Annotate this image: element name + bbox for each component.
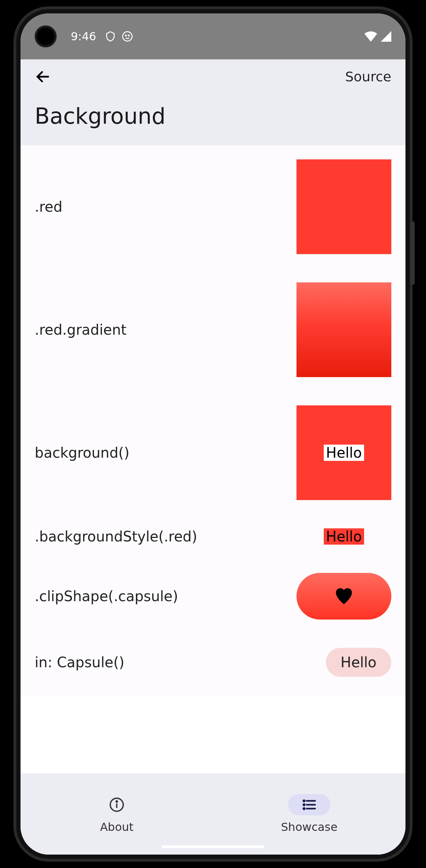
preview: Hello <box>297 528 391 545</box>
svg-point-1 <box>126 35 127 36</box>
row-label-red-gradient: .red.gradient <box>35 322 127 338</box>
svg-point-2 <box>128 35 129 36</box>
heart-icon <box>333 586 355 607</box>
face-icon <box>122 31 133 42</box>
app-header: Source Background <box>21 59 405 145</box>
svg-point-9 <box>304 800 305 802</box>
preview <box>297 282 391 377</box>
background-hello-box: Hello <box>297 405 391 500</box>
content-list[interactable]: .red .red.gradient background() Hello <box>21 145 405 697</box>
nav-item-showcase[interactable]: Showcase <box>213 773 405 855</box>
list-icon <box>301 797 317 813</box>
status-bar: 9:46 <box>21 13 405 59</box>
back-arrow-icon[interactable] <box>35 69 51 85</box>
page-title: Background <box>35 103 391 129</box>
svg-point-5 <box>116 801 117 802</box>
source-link[interactable]: Source <box>345 69 391 84</box>
list-item[interactable]: in: Capsule() Hello <box>35 634 391 677</box>
svg-point-0 <box>123 32 132 41</box>
capsule-heart <box>297 573 391 620</box>
list-item[interactable]: background() Hello <box>35 391 391 514</box>
row-label-in-capsule: in: Capsule() <box>35 654 125 670</box>
preview <box>297 573 391 620</box>
preview: Hello <box>297 648 391 677</box>
status-icons-left <box>105 31 133 42</box>
cellular-icon <box>381 31 391 42</box>
list-item[interactable]: .red.gradient <box>35 268 391 391</box>
camera-hole <box>35 25 57 47</box>
pink-capsule-hello: Hello <box>326 648 391 677</box>
nav-icon-wrap-active <box>288 794 330 815</box>
screen: 9:46 Source Background .red <box>21 13 405 855</box>
row-label-red: .red <box>35 199 62 215</box>
bottom-nav: About Showcase <box>21 773 405 855</box>
list-item[interactable]: .clipShape(.capsule) <box>35 559 391 634</box>
nav-label-about: About <box>100 820 134 834</box>
nav-item-about[interactable]: About <box>21 773 213 855</box>
red-square <box>297 159 391 254</box>
row-label-clip-shape: .clipShape(.capsule) <box>35 588 178 604</box>
svg-point-11 <box>304 808 305 809</box>
hello-label: Hello <box>324 445 364 461</box>
hello-red-label: Hello <box>324 528 364 545</box>
status-time: 9:46 <box>71 30 96 43</box>
nav-label-showcase: Showcase <box>281 820 338 834</box>
side-button <box>410 221 415 285</box>
row-label-background-fn: background() <box>35 445 129 461</box>
row-label-background-style: .backgroundStyle(.red) <box>35 528 197 545</box>
shield-icon <box>105 31 116 42</box>
list-item[interactable]: .red <box>35 145 391 268</box>
info-icon <box>109 797 125 813</box>
list-item[interactable]: .backgroundStyle(.red) Hello <box>35 514 391 559</box>
preview <box>297 159 391 254</box>
svg-point-10 <box>304 804 305 805</box>
nav-icon-wrap <box>96 794 138 815</box>
phone-frame: 9:46 Source Background .red <box>13 6 413 862</box>
header-top: Source <box>35 69 391 85</box>
wifi-icon <box>364 31 377 42</box>
preview: Hello <box>297 405 391 500</box>
red-gradient-square <box>297 282 391 377</box>
status-icons-right <box>364 31 391 42</box>
home-indicator[interactable] <box>162 845 264 848</box>
